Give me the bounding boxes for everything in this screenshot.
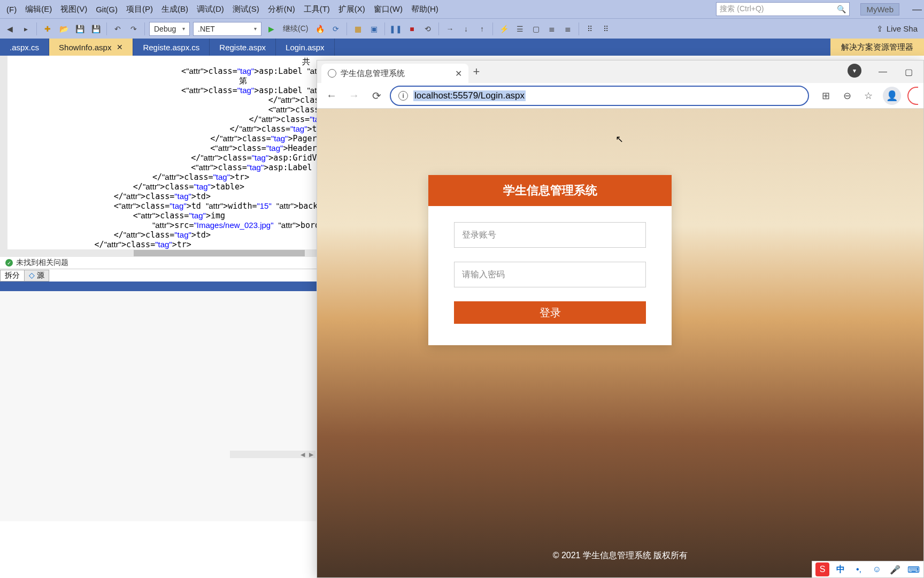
menu-extensions[interactable]: 扩展(X): [334, 0, 369, 18]
login-footer: © 2021 学生信息管理系统 版权所有: [317, 550, 923, 561]
bottom-scroll[interactable]: ◀▶: [230, 451, 315, 458]
start-icon[interactable]: ▶: [265, 22, 278, 35]
browser-navbar: ← → ⟳ i localhost:55579/Login.aspx ⊞ ⊖ ☆…: [317, 83, 923, 109]
minimize-icon[interactable]: —: [872, 64, 894, 80]
tab-close-icon[interactable]: ✕: [455, 69, 462, 79]
menu-edit[interactable]: 编辑(E): [21, 0, 56, 18]
shield-icon[interactable]: ▾: [848, 64, 861, 78]
tab-showinfo[interactable]: ShowInfo.aspx✕: [49, 39, 133, 56]
tab-login[interactable]: Login.aspx: [276, 39, 335, 56]
open-icon[interactable]: 📂: [57, 22, 70, 35]
menu-file[interactable]: (F): [2, 0, 21, 18]
back-button[interactable]: ←: [322, 87, 341, 105]
document-tabs: .aspx.cs ShowInfo.aspx✕ Registe.aspx.cs …: [0, 39, 924, 56]
stop-icon[interactable]: ■: [405, 22, 418, 35]
config-combo[interactable]: Debug▾: [149, 22, 190, 36]
uncomment-icon[interactable]: ⠿: [599, 22, 612, 35]
menu-tools[interactable]: 工具(T): [299, 0, 334, 18]
globe-icon: [328, 69, 336, 78]
tab-registe[interactable]: Registe.aspx: [210, 39, 276, 56]
reload-button[interactable]: ⟳: [367, 87, 386, 105]
list-icon[interactable]: ☰: [513, 22, 526, 35]
pause-icon[interactable]: ❚❚: [389, 22, 402, 35]
ime-emoji-icon[interactable]: ☺: [870, 562, 884, 576]
star-icon[interactable]: ☆: [860, 88, 876, 104]
ok-icon: ✓: [5, 259, 13, 267]
close-icon[interactable]: ✕: [117, 43, 123, 51]
ime-sogou-icon[interactable]: S: [815, 562, 829, 576]
editor-gutter: [0, 56, 7, 257]
login-title: 学生信息管理系统: [428, 175, 672, 206]
menu-help[interactable]: 帮助(H): [407, 0, 443, 18]
menu-test[interactable]: 测试(S): [228, 0, 264, 18]
profile-icon[interactable]: 👤: [883, 87, 901, 105]
search-placeholder: 搜索 (Ctrl+Q): [720, 4, 764, 14]
restart-icon[interactable]: ⟲: [421, 22, 434, 35]
step-out-icon[interactable]: ↑: [475, 22, 488, 35]
menu-window[interactable]: 窗口(W): [369, 0, 407, 18]
save-icon[interactable]: 💾: [73, 22, 86, 35]
qr-icon[interactable]: ⊞: [818, 88, 834, 104]
browser-refresh-icon[interactable]: ⟳: [329, 22, 342, 35]
ime-chinese[interactable]: 中: [834, 562, 848, 576]
menu-build[interactable]: 生成(B): [157, 0, 192, 18]
outdent-icon[interactable]: ≣: [561, 22, 574, 35]
comment-icon[interactable]: ⠿: [583, 22, 596, 35]
menu-analyze[interactable]: 分析(N): [264, 0, 299, 18]
step-into-icon[interactable]: ↓: [459, 22, 472, 35]
vs-window-controls: —: [912, 4, 922, 15]
menu-view[interactable]: 视图(V): [56, 0, 91, 18]
viewtab-split[interactable]: 拆分: [0, 270, 25, 282]
browser-titlebar[interactable]: 学生信息管理系统 ✕ + ▾ — ▢: [317, 60, 923, 83]
fx-icon[interactable]: ⚡: [497, 22, 510, 35]
indent-icon[interactable]: ≣: [545, 22, 558, 35]
status-text: 未找到相关问题: [16, 258, 68, 268]
undo-icon[interactable]: ↶: [111, 22, 124, 35]
search-box[interactable]: 搜索 (Ctrl+Q) 🔍: [716, 2, 850, 16]
new-tab-button[interactable]: +: [468, 65, 484, 79]
hot-reload-icon[interactable]: 🔥: [313, 22, 326, 35]
fwd-nav-icon[interactable]: ▸: [19, 22, 32, 35]
ime-bar: S 中 •, ☺ 🎤 ⌨: [812, 561, 924, 578]
zoom-icon[interactable]: ⊖: [839, 88, 855, 104]
browser-tab[interactable]: 学生信息管理系统 ✕: [321, 64, 468, 83]
url-bar[interactable]: i localhost:55579/Login.aspx: [390, 86, 809, 106]
url-text: localhost:55579/Login.aspx: [413, 90, 526, 101]
minimize-icon[interactable]: —: [912, 4, 922, 15]
ime-keyboard-icon[interactable]: ⌨: [906, 562, 920, 576]
username-input[interactable]: 登录账号: [454, 222, 646, 248]
menu-git[interactable]: Git(G): [91, 0, 122, 18]
continue-label[interactable]: 继续(C): [281, 22, 310, 35]
back-nav-icon[interactable]: ◀: [3, 22, 16, 35]
cursor-icon: ↖: [615, 133, 623, 145]
maximize-icon[interactable]: ▢: [898, 64, 919, 80]
extension-icon[interactable]: [907, 87, 918, 105]
new-icon[interactable]: ✚: [41, 22, 54, 35]
forward-button[interactable]: →: [345, 87, 363, 105]
tab-aspxcs[interactable]: .aspx.cs: [0, 39, 49, 56]
saveall-icon[interactable]: 💾: [89, 22, 102, 35]
url-actions: ⊞ ⊖ ☆: [818, 88, 876, 104]
vs-menubar: (F) 编辑(E) 视图(V) Git(G) 项目(P) 生成(B) 调试(D)…: [0, 0, 924, 18]
tab-registe-cs[interactable]: Registe.aspx.cs: [133, 39, 210, 56]
redo-icon[interactable]: ↷: [127, 22, 140, 35]
info-icon[interactable]: i: [398, 91, 408, 101]
menu-project[interactable]: 项目(P): [122, 0, 157, 18]
search-icon: 🔍: [837, 5, 846, 13]
ime-punct-icon[interactable]: •,: [852, 562, 866, 576]
menu-debug[interactable]: 调试(D): [192, 0, 228, 18]
myweb-label[interactable]: MyWeb: [860, 3, 899, 16]
step-over-icon[interactable]: →: [443, 22, 456, 35]
viewtab-source[interactable]: ◇源: [24, 270, 49, 282]
live-share[interactable]: ⇪ Live Sha: [876, 24, 921, 34]
browser-window: 学生信息管理系统 ✕ + ▾ — ▢ ← → ⟳ i localhost:555…: [317, 60, 924, 578]
solution-explorer-header[interactable]: 解决方案资源管理器: [830, 39, 924, 56]
ime-voice-icon[interactable]: 🎤: [888, 562, 902, 576]
doc-icon[interactable]: ▢: [529, 22, 542, 35]
step-icon[interactable]: ▦: [351, 22, 364, 35]
login-button[interactable]: 登录: [454, 301, 646, 324]
share-icon: ⇪: [876, 24, 883, 34]
password-input[interactable]: 请输入密码: [454, 262, 646, 287]
screenshot-icon[interactable]: ▣: [367, 22, 380, 35]
platform-combo[interactable]: .NET▾: [193, 22, 261, 36]
